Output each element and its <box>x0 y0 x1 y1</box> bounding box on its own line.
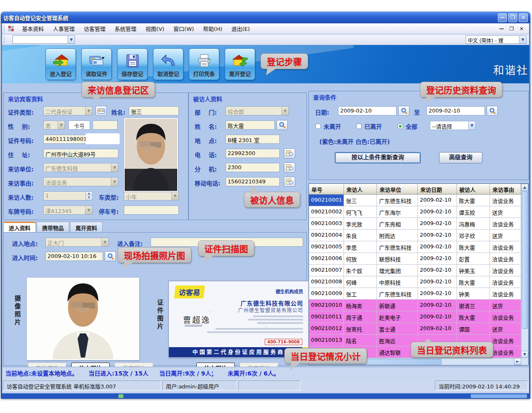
table-row[interactable]: 090210002何飞飞广东海尔2009-02-10谭玉姣送货 <box>309 206 521 218</box>
column-header-来访单位[interactable]: 来访单位 <box>377 184 418 195</box>
table-row[interactable]: 090210004朱良附而达2009-02-10邓子欣送货 <box>309 230 521 241</box>
table-cell[interactable]: 洽谈业务 <box>490 288 521 300</box>
table-cell[interactable]: 2009-02-10 <box>418 288 457 300</box>
card-no-input[interactable] <box>93 120 118 130</box>
table-row[interactable]: 090210005李思广东德生科技2009-02-10陈大雷洽谈业务 <box>309 241 521 253</box>
toolbar-button-取消登记[interactable]: 取消登记 <box>153 48 183 80</box>
table-cell[interactable]: 090210001 <box>309 195 344 206</box>
table-cell[interactable]: 2009-02-10 <box>418 195 457 206</box>
table-cell[interactable]: 陆名 <box>344 335 377 346</box>
mdi-close-icon[interactable]: ✕ <box>518 26 525 32</box>
table-cell[interactable]: 洽谈业务 <box>490 276 521 288</box>
table-cell[interactable]: 2009-02-10 <box>418 300 457 311</box>
gender-combo[interactable]: 男▼ <box>43 120 65 130</box>
column-header-来访日期[interactable]: 来访日期 <box>418 184 457 195</box>
table-cell[interactable]: 090210004 <box>309 230 344 241</box>
chevron-down-icon[interactable]: ▼ <box>519 36 526 43</box>
table-cell[interactable]: 陈大雷 <box>457 276 490 288</box>
table-cell[interactable]: 邓子欣 <box>457 230 490 241</box>
interviewee-name-input[interactable]: 陈大雷 <box>226 120 275 130</box>
table-cell[interactable]: 钟美玉 <box>457 265 490 276</box>
table-cell[interactable]: 冯惠梅 <box>457 218 490 230</box>
toolbar-button-读取证件[interactable]: 读取证件 <box>81 48 112 80</box>
title-bar[interactable]: 访客自动登记安全管理系统 — ❐ ✕ <box>1 12 530 23</box>
interviewee-search-button[interactable] <box>276 120 288 130</box>
parking-input[interactable] <box>124 205 179 215</box>
toolbar-button-保存登记[interactable]: 保存登记 <box>117 48 148 80</box>
table-cell[interactable]: 钟美 <box>457 288 490 300</box>
table-cell[interactable]: 2009-02-10 <box>418 206 457 218</box>
table-cell[interactable]: 送货 <box>490 323 521 335</box>
menu-item[interactable]: 窗口(W) <box>169 23 198 34</box>
entry-time-picker-button[interactable] <box>105 251 116 261</box>
scrollbar-thumb[interactable] <box>522 191 528 329</box>
chevron-down-icon[interactable]: ▼ <box>68 36 75 43</box>
sms-ext-button[interactable] <box>284 163 295 173</box>
card-reader-button[interactable] <box>95 106 107 116</box>
entry-place-combo[interactable]: 正大门▼ <box>45 238 109 247</box>
table-cell[interactable]: 送货 <box>490 230 521 241</box>
table-cell[interactable]: 洽谈业务 <box>490 346 521 358</box>
quick-select-combo[interactable]: ▼ <box>13 35 75 44</box>
table-cell[interactable]: 广东海尔 <box>377 206 418 218</box>
table-cell[interactable]: 何放 <box>344 253 377 265</box>
tab-离开资料[interactable]: 离开资料 <box>70 222 103 232</box>
table-cell[interactable]: 090210005 <box>309 241 344 253</box>
cert-type-combo[interactable]: 二代身份证▼ <box>43 106 93 115</box>
table-cell[interactable]: 陈大雷 <box>457 241 490 253</box>
table-cell[interactable]: 送货 <box>490 300 521 311</box>
restore-icon[interactable]: ❐ <box>508 13 517 22</box>
minimize-icon[interactable]: — <box>498 13 507 22</box>
table-cell[interactable]: 张工 <box>344 288 377 300</box>
table-cell[interactable]: 中原科技 <box>377 276 418 288</box>
table-cell[interactable]: 送货 <box>490 206 521 218</box>
toolbar-button-离开登记[interactable]: 离开登记 <box>225 48 255 80</box>
table-cell[interactable]: 2009-02-10 <box>418 253 457 265</box>
table-cell[interactable]: 090210008 <box>309 276 344 288</box>
vertical-scrollbar[interactable]: ▲ ▼ <box>521 184 528 358</box>
entry-time-input[interactable]: 2009-02-10 10:16 <box>45 252 103 261</box>
table-cell[interactable]: 洽谈业务 <box>490 218 521 230</box>
table-row[interactable]: 090210001张三广东德生科技2009-02-10陈大雷洽谈业务 <box>309 195 521 206</box>
mdi-minimize-icon[interactable]: — <box>498 26 505 32</box>
table-cell[interactable]: 090210010 <box>309 300 344 311</box>
menu-item[interactable]: 基本资料 <box>18 23 48 34</box>
scroll-down-icon[interactable]: ▼ <box>521 351 528 358</box>
toolbar-button-打印凭条[interactable]: 打印凭条 <box>189 48 219 80</box>
table-cell[interactable]: 090210009 <box>309 288 344 300</box>
table-row[interactable]: 090210006何放联想科技2009-02-10彭置洽谈业务 <box>309 253 521 265</box>
scroll-right-icon[interactable]: ► <box>514 358 521 365</box>
visitor-count-stepper[interactable]: 1 ▲▼ <box>43 191 93 200</box>
date-to-input[interactable]: 2009-02-10 <box>427 106 485 115</box>
table-cell[interactable]: 2009-02-10 <box>418 241 457 253</box>
table-cell[interactable]: 090210011 <box>309 311 344 323</box>
table-cell[interactable]: 2009-02-10 <box>418 218 457 230</box>
column-header-被访人[interactable]: 被访人 <box>457 184 490 195</box>
table-cell[interactable]: 理光集团 <box>377 265 418 276</box>
table-cell[interactable]: 张寄托 <box>344 323 377 335</box>
table-cell[interactable]: 谭玉姣 <box>457 206 490 218</box>
table-cell[interactable]: 2009-02-10 <box>418 276 457 288</box>
menu-item[interactable]: 帮助(H) <box>198 23 227 34</box>
table-cell[interactable]: 广东德生科技 <box>377 195 418 206</box>
table-row[interactable]: 090210003李光放广东亮相2009-02-10冯惠梅洽谈业务 <box>309 218 521 230</box>
table-cell[interactable]: 090210007 <box>309 265 344 276</box>
table-row[interactable]: 090210008何峰中原科技2009-02-10陈大雷洽谈业务 <box>309 276 521 288</box>
date-to-picker-button[interactable] <box>487 106 498 116</box>
date-from-input[interactable]: 2009-02-10 <box>338 106 396 115</box>
table-cell[interactable]: 广东德生科技 <box>377 241 418 253</box>
table-cell[interactable]: 090210006 <box>309 253 344 265</box>
ext-input[interactable]: 2300 <box>226 163 280 172</box>
table-cell[interactable]: 附而达 <box>377 230 418 241</box>
scroll-up-icon[interactable]: ▲ <box>521 184 528 191</box>
requery-button[interactable]: 按以上条件重新查询 <box>335 152 421 163</box>
table-cell[interactable]: 朱个奴 <box>344 265 377 276</box>
table-cell[interactable]: 谭国 <box>457 323 490 335</box>
menu-item[interactable]: 视图(V) <box>141 23 169 34</box>
radio-not-left[interactable]: 未离开 <box>315 122 341 130</box>
toolbar-button-进入登记[interactable]: 进入登记 <box>45 48 76 80</box>
table-row[interactable]: 090210009张工广东德生科技2009-02-10钟美洽谈业务 <box>309 288 521 300</box>
table-cell[interactable]: 洽谈业务 <box>490 241 521 253</box>
menu-item[interactable]: 访客管理 <box>79 23 110 34</box>
stepper-down-icon[interactable]: ▼ <box>86 196 92 200</box>
